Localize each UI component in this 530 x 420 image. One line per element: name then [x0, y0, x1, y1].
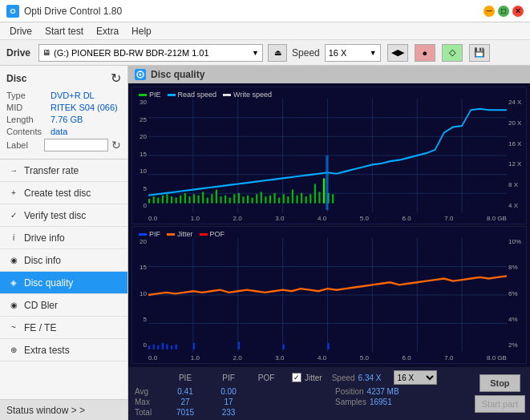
transfer-rate-icon: →	[8, 165, 19, 176]
drive-btn-3[interactable]: ◇	[442, 44, 463, 62]
legend-read-speed: Read speed	[168, 91, 217, 99]
jitter-label: Jitter	[305, 374, 322, 382]
svg-rect-67	[148, 345, 150, 349]
drive-select[interactable]: 🖥 (G:) PIONEER BD-RW BDR-212M 1.01 ▼	[38, 44, 263, 62]
y1r-label-12x: 12 X	[508, 160, 521, 168]
drive-info-icon: i	[8, 232, 19, 244]
svg-point-1	[140, 74, 142, 76]
sidebar-item-disc-info[interactable]: ◉ Disc info	[0, 249, 127, 272]
sidebar-item-verify-test-disc[interactable]: ✓ Verify test disc	[0, 204, 127, 227]
drive-bar: Drive 🖥 (G:) PIONEER BD-RW BDR-212M 1.01…	[0, 40, 530, 66]
minimize-button[interactable]: ─	[483, 6, 495, 17]
start-part-button[interactable]: Start part	[475, 395, 525, 413]
sidebar-item-cd-bler[interactable]: ◉ CD Bler	[0, 294, 127, 317]
y2r-label-4: 4%	[508, 316, 518, 323]
main-area: Disc ↻ Type DVD+R DL MID RITEK S04 (066)…	[0, 66, 530, 420]
drive-btn-4[interactable]: 💾	[469, 44, 490, 62]
x2-label-6: 6.0	[403, 354, 411, 361]
disc-label-input[interactable]	[44, 139, 108, 151]
svg-rect-30	[220, 196, 221, 204]
legend-pof-label: POF	[210, 230, 225, 238]
max-pie: 27	[164, 398, 207, 406]
sidebar: Disc ↻ Type DVD+R DL MID RITEK S04 (066)…	[0, 66, 128, 420]
chart1-x-axis: 0.0 1.0 2.0 3.0 4.0 5.0 6.0 7.0 8.0 GB	[148, 212, 507, 224]
svg-rect-21	[180, 196, 181, 204]
svg-rect-52	[318, 192, 320, 203]
x1-label-5: 5.0	[360, 215, 369, 222]
menu-help[interactable]: Help	[125, 24, 158, 38]
svg-rect-46	[292, 190, 293, 204]
max-label: Max	[135, 398, 164, 406]
sidebar-item-extra-tests[interactable]: ⊕ Extra tests	[0, 339, 127, 361]
sidebar-item-disc-quality[interactable]: ◈ Disc quality	[0, 272, 127, 294]
window-controls: ─ □ ✕	[483, 6, 524, 17]
drive-btn-1[interactable]: ◀▶	[387, 44, 408, 62]
jitter-checkbox-row: ✓ Jitter	[292, 373, 322, 382]
speed-select-stat[interactable]: 16 X	[394, 370, 437, 385]
avg-pie: 0.41	[164, 387, 207, 396]
sidebar-item-label-cd-bler: CD Bler	[24, 300, 58, 311]
avg-pif: 0.00	[207, 387, 250, 396]
svg-rect-36	[247, 196, 249, 204]
disc-type-label: Type	[6, 91, 51, 100]
stat-header-pie: PIE	[164, 374, 207, 382]
chart2-svg	[148, 238, 507, 352]
svg-rect-75	[238, 341, 240, 349]
avg-label: Avg	[135, 387, 164, 396]
chart1-legend: PIE Read speed Write speed	[136, 89, 275, 100]
total-pie: 7015	[164, 408, 207, 417]
sidebar-item-label-fe-te: FE / TE	[24, 322, 56, 333]
x2-label-3: 3.0	[275, 354, 284, 361]
maximize-button[interactable]: □	[498, 6, 509, 17]
y1r-label-20x: 20 X	[508, 119, 521, 127]
disc-length-label: Length	[6, 115, 51, 124]
speed-select[interactable]: 16 X ▼	[325, 44, 381, 62]
stop-button[interactable]: Stop	[479, 374, 520, 392]
svg-rect-45	[287, 196, 289, 204]
content-area: Disc quality PIE Read speed	[128, 66, 530, 420]
menu-drive[interactable]: Drive	[3, 24, 38, 38]
y1-label-10: 10	[140, 168, 147, 175]
chart1-plot	[148, 99, 507, 212]
drive-label: Drive	[6, 47, 30, 59]
svg-rect-39	[261, 192, 262, 203]
close-button[interactable]: ✕	[512, 6, 524, 17]
status-window[interactable]: Status window > >	[0, 399, 127, 420]
menu-extra[interactable]: Extra	[90, 24, 125, 38]
svg-rect-72	[171, 345, 172, 349]
sidebar-item-fe-te[interactable]: ~ FE / TE	[0, 317, 127, 339]
sidebar-item-create-test-disc[interactable]: + Create test disc	[0, 182, 127, 204]
svg-rect-14	[148, 199, 150, 204]
jitter-checkbox[interactable]: ✓	[292, 373, 301, 382]
svg-rect-74	[193, 343, 195, 349]
sidebar-item-drive-info[interactable]: i Drive info	[0, 227, 127, 249]
sidebar-item-transfer-rate[interactable]: → Transfer rate	[0, 160, 127, 182]
disc-quality-title: Disc quality	[151, 69, 204, 80]
legend-write-speed-color	[223, 94, 231, 96]
disc-contents-value: data	[51, 127, 67, 136]
y1r-label-16x: 16 X	[508, 140, 521, 147]
disc-section: Disc ↻ Type DVD+R DL MID RITEK S04 (066)…	[0, 66, 127, 160]
chart2-y-axis-right: 10% 8% 6% 4% 2%	[507, 227, 526, 350]
x1-label-1: 1.0	[191, 215, 200, 222]
svg-rect-34	[238, 193, 240, 204]
svg-rect-68	[153, 345, 155, 349]
menu-start-test[interactable]: Start test	[38, 24, 90, 38]
svg-rect-53	[323, 178, 325, 203]
disc-label-label: Label	[6, 140, 41, 150]
disc-type-value: DVD+R DL	[51, 91, 95, 100]
chart2-legend: PIF Jitter POF	[136, 228, 228, 240]
drive-btn-2[interactable]: ●	[415, 44, 435, 62]
svg-rect-29	[216, 190, 217, 204]
legend-read-speed-label: Read speed	[178, 91, 217, 99]
chart1-y-axis-left: 30 25 20 15 10 5 0	[132, 87, 148, 211]
svg-rect-20	[176, 198, 177, 204]
disc-refresh-icon[interactable]: ↻	[111, 71, 121, 86]
legend-pie-color	[139, 94, 147, 96]
position-label: Position	[335, 387, 364, 396]
svg-rect-38	[256, 194, 257, 203]
disc-label-refresh-icon[interactable]: ↻	[111, 139, 121, 151]
sidebar-item-label-transfer-rate: Transfer rate	[24, 165, 79, 176]
disc-mid-label: MID	[6, 103, 51, 112]
drive-eject-button[interactable]: ⏏	[268, 44, 287, 62]
